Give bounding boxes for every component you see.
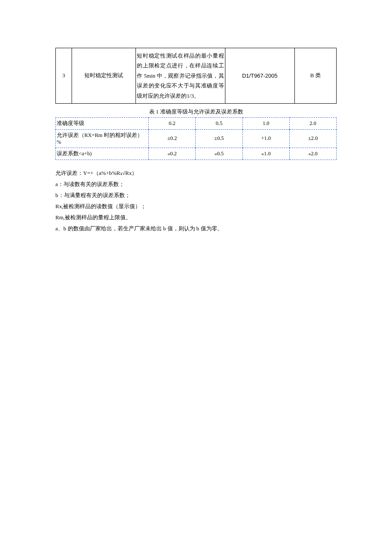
row-label: 误差系数<a+b) [56,148,149,160]
table-row: 误差系数<a+b) «0.2 «0.5 «1.0 «2.0 [56,148,337,160]
cell-name: 短时稳定性测试 [72,48,136,104]
cell-value: ±0.5 [196,129,242,148]
cell-value: «2.0 [289,148,336,160]
table2-caption: 表 1 准确度等级与允许误差及误差系数 [55,108,337,116]
main-table: 3 短时稳定性测试 短时稳定性测试在样品的最小量程的上限检定点进行，在样品连续工… [55,48,337,104]
cell-value: ±2.0 [289,129,336,148]
cell-value: 2.0 [289,117,336,129]
cell-no: 3 [56,48,72,104]
cell-value: 1.0 [242,117,289,129]
note-line: Rx,被检测样品的读数值（显示值）； [55,201,337,212]
row-label: 准确度等级 [56,117,149,129]
cell-standard: D1/T967-2005 [225,48,294,104]
table-row: 3 短时稳定性测试 短时稳定性测试在样品的最小量程的上限检定点进行，在样品连续工… [56,48,337,104]
cell-value: «0.2 [149,148,196,160]
note-line: a：与读数有关的误差系数； [55,179,337,190]
accuracy-table: 准确度等级 0.2 0.5 1.0 2.0 允许误差（RX=Rm 时的相对误差）… [55,117,337,160]
note-line: a、b 的数值由厂家给出，若生产厂家未给出 b 值，则认为 b 值为零。 [55,223,337,234]
row-label: 允许误差（RX=Rm 时的相对误差）% [56,129,149,148]
note-line: 允许误差：Y=+（a%+b%R₁√Rx） [55,168,337,179]
note-line: Rm,被检测样品的量程上限值。 [55,212,337,223]
cell-value: ±0.2 [149,129,196,148]
cell-value: 0.5 [196,117,242,129]
cell-value: «0.5 [196,148,242,160]
table-row: 允许误差（RX=Rm 时的相对误差）% ±0.2 ±0.5 +1.0 ±2.0 [56,129,337,148]
cell-class: B 类 [294,48,336,104]
cell-value: +1.0 [242,129,289,148]
note-line: b：与满量程有关的误差系数； [55,190,337,201]
cell-desc: 短时稳定性测试在样品的最小量程的上限检定点进行，在样品连续工作 5min 中，观… [136,48,225,104]
notes-block: 允许误差：Y=+（a%+b%R₁√Rx） a：与读数有关的误差系数； b：与满量… [55,168,337,234]
cell-value: 0.2 [149,117,196,129]
table-row: 准确度等级 0.2 0.5 1.0 2.0 [56,117,337,129]
cell-value: «1.0 [242,148,289,160]
